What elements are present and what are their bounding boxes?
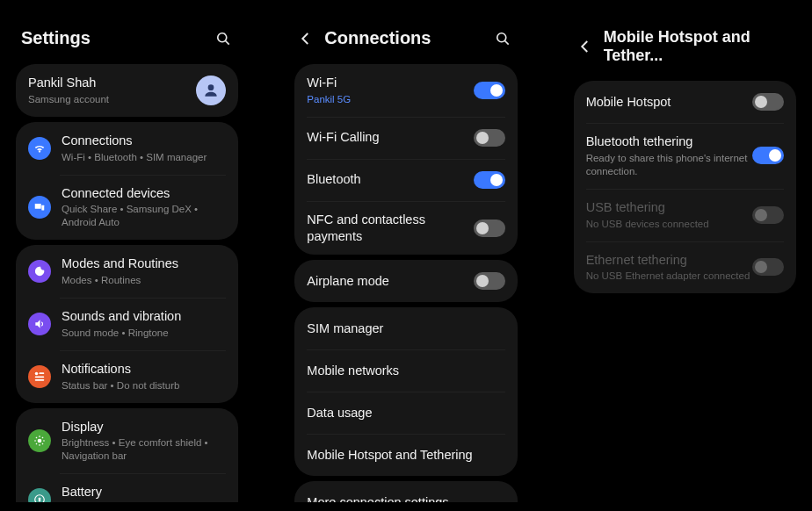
connections-row[interactable]: More connection settings xyxy=(294,481,517,502)
row-label: USB tethering xyxy=(586,199,752,216)
settings-screen: Settings Pankil Shah Samsung account Con… xyxy=(9,9,245,502)
svg-point-9 xyxy=(38,439,42,443)
sound-icon xyxy=(28,313,51,335)
connections-row[interactable]: NFC and contactless payments xyxy=(294,201,517,256)
settings-row[interactable]: Connected devicesQuick Share • Samsung D… xyxy=(16,175,238,241)
settings-row[interactable]: Sounds and vibrationSound mode • Rington… xyxy=(16,298,238,350)
row-sub: Modes • Routines xyxy=(62,274,226,287)
row-label: Display xyxy=(62,419,226,435)
row-label: Mobile networks xyxy=(307,363,504,379)
connections-group: Wi-FiPankil 5GWi-Fi CallingBluetoothNFC … xyxy=(294,64,517,255)
account-name: Pankil Shah xyxy=(28,75,196,91)
toggle[interactable] xyxy=(474,171,505,189)
page-title: Connections xyxy=(324,28,483,48)
hotspot-screen: Mobile Hotspot and Tether... Mobile Hots… xyxy=(567,9,803,502)
settings-row[interactable]: Modes and RoutinesModes • Routines xyxy=(16,245,238,298)
settings-row[interactable]: NotificationsStatus bar • Do not disturb xyxy=(16,350,238,403)
row-label: Wi-Fi Calling xyxy=(307,129,473,146)
page-title: Mobile Hotspot and Tether... xyxy=(604,28,791,65)
tethering-row: Ethernet tetheringNo USB Ethernet adapte… xyxy=(574,241,796,294)
row-label: Ethernet tethering xyxy=(586,252,752,269)
svg-point-20 xyxy=(497,32,505,41)
account-subtitle: Samsung account xyxy=(28,93,196,106)
toggle[interactable] xyxy=(752,206,784,224)
row-sub: No USB Ethernet adapter connected xyxy=(586,270,752,283)
row-label: Modes and Routines xyxy=(62,256,226,272)
row-label: Data usage xyxy=(307,405,504,421)
tethering-row[interactable]: Bluetooth tetheringReady to share this p… xyxy=(574,123,796,189)
row-label: Airplane mode xyxy=(307,273,473,290)
page-title: Settings xyxy=(21,28,205,48)
connections-row[interactable]: Bluetooth xyxy=(294,159,517,201)
row-label: Connections xyxy=(62,133,226,149)
settings-row[interactable]: BatteryPower saving mode • Charging xyxy=(16,473,238,502)
settings-row[interactable]: ConnectionsWi-Fi • Bluetooth • SIM manag… xyxy=(16,122,238,175)
svg-rect-4 xyxy=(41,205,44,211)
row-label: Bluetooth xyxy=(307,171,473,188)
settings-header: Settings xyxy=(9,9,245,59)
connections-row[interactable]: Mobile networks xyxy=(294,349,517,392)
row-label: Mobile Hotspot xyxy=(586,94,752,111)
svg-rect-3 xyxy=(35,204,41,209)
connections-row[interactable]: Airplane mode xyxy=(294,260,517,302)
row-label: Battery xyxy=(62,484,226,500)
connections-row[interactable]: Wi-Fi Calling xyxy=(294,117,517,159)
toggle[interactable] xyxy=(752,93,784,111)
row-label: SIM manager xyxy=(307,320,504,337)
tethering-row: USB tetheringNo USB devices connected xyxy=(574,189,796,241)
row-label: Connected devices xyxy=(62,185,226,202)
row-label: Bluetooth tethering xyxy=(586,133,752,150)
hotspot-header: Mobile Hotspot and Tether... xyxy=(567,9,803,76)
row-sub: Sound mode • Ringtone xyxy=(62,327,226,340)
row-label: NFC and contactless payments xyxy=(307,212,473,245)
svg-rect-6 xyxy=(39,372,44,374)
toggle[interactable] xyxy=(474,220,505,237)
settings-group: DisplayBrightness • Eye comfort shield •… xyxy=(16,408,238,502)
svg-rect-19 xyxy=(39,498,40,502)
back-icon[interactable] xyxy=(296,29,315,48)
row-sub: Quick Share • Samsung DeX • Android Auto xyxy=(62,203,226,229)
row-sub: Brightness • Eye comfort shield • Naviga… xyxy=(62,436,226,463)
svg-point-0 xyxy=(218,32,227,41)
svg-line-1 xyxy=(226,40,229,44)
toggle[interactable] xyxy=(474,129,505,147)
notif-icon xyxy=(28,365,51,388)
toggle[interactable] xyxy=(752,258,784,276)
svg-line-16 xyxy=(36,443,37,444)
connections-group: Airplane mode xyxy=(294,260,517,302)
row-label: Wi-Fi xyxy=(307,75,473,91)
search-icon[interactable] xyxy=(493,29,512,48)
account-card[interactable]: Pankil Shah Samsung account xyxy=(16,64,238,117)
tethering-row[interactable]: Mobile Hotspot xyxy=(574,81,796,123)
svg-point-5 xyxy=(35,371,39,375)
connections-header: Connections xyxy=(287,9,524,59)
connections-group: More connection settings xyxy=(294,481,517,502)
avatar-icon xyxy=(196,76,226,105)
svg-rect-8 xyxy=(35,379,45,381)
settings-group: ConnectionsWi-Fi • Bluetooth • SIM manag… xyxy=(16,122,238,241)
svg-line-21 xyxy=(504,40,508,44)
connections-row[interactable]: Data usage xyxy=(294,392,517,434)
svg-line-15 xyxy=(42,443,43,444)
row-sub: Status bar • Do not disturb xyxy=(62,379,226,392)
row-sub: Wi-Fi • Bluetooth • SIM manager xyxy=(62,151,226,164)
settings-row[interactable]: DisplayBrightness • Eye comfort shield •… xyxy=(16,408,238,474)
toggle[interactable] xyxy=(474,82,505,99)
toggle[interactable] xyxy=(752,147,784,164)
battery-icon xyxy=(28,488,51,502)
svg-point-2 xyxy=(208,84,214,90)
row-label: Sounds and vibration xyxy=(62,308,226,325)
display-icon xyxy=(28,429,51,452)
connections-row[interactable]: Wi-FiPankil 5G xyxy=(294,64,517,117)
svg-line-17 xyxy=(42,437,43,438)
row-sub: No USB devices connected xyxy=(586,218,752,231)
connections-row[interactable]: SIM manager xyxy=(294,307,517,349)
modes-icon xyxy=(28,260,51,283)
row-sub: Pankil 5G xyxy=(307,93,473,106)
connections-row[interactable]: Mobile Hotspot and Tethering xyxy=(294,434,517,476)
search-icon[interactable] xyxy=(214,29,233,48)
toggle[interactable] xyxy=(474,272,505,290)
back-icon[interactable] xyxy=(576,37,595,56)
row-label: Notifications xyxy=(62,361,226,378)
settings-group: Modes and RoutinesModes • RoutinesSounds… xyxy=(16,245,238,402)
